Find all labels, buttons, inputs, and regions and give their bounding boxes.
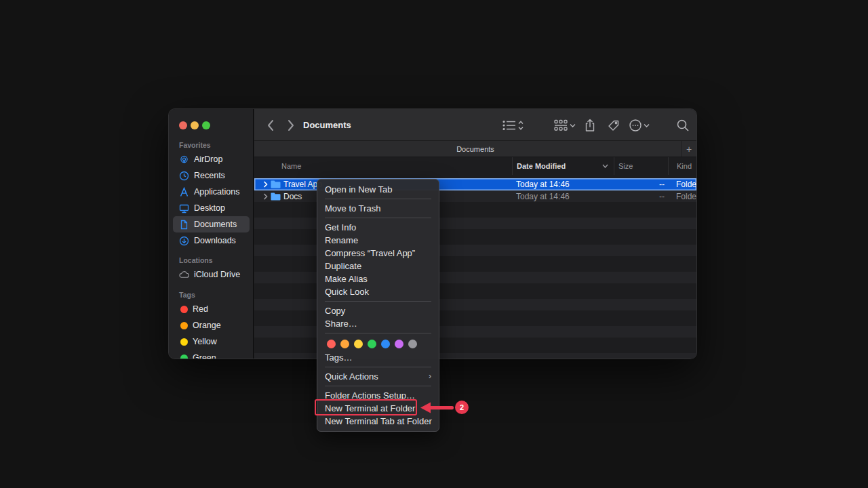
context-menu: Open in New Tab Move to Trash Get Info R… (317, 179, 439, 432)
size-cell: -- (614, 180, 668, 189)
more-actions-button[interactable] (629, 109, 651, 141)
column-headers: Name Date Modified Size Kind (254, 157, 696, 175)
disclosure-chevron-icon[interactable] (263, 193, 268, 200)
sidebar-item-recents[interactable]: Recents (173, 167, 250, 184)
menu-separator (325, 386, 431, 386)
menu-item-label: Quick Actions (325, 370, 378, 383)
folder-icon (271, 180, 281, 188)
search-icon[interactable] (676, 109, 690, 141)
column-header-name[interactable]: Name (254, 157, 512, 175)
sidebar-item-downloads[interactable]: Downloads (173, 232, 250, 249)
menu-separator (325, 199, 431, 199)
zoom-button[interactable] (202, 121, 210, 129)
sidebar-item-label: Orange (193, 321, 221, 330)
menu-separator (325, 301, 431, 302)
menu-item-quick-actions[interactable]: Quick Actions › (317, 370, 439, 383)
column-header-kind[interactable]: Kind (668, 157, 696, 175)
menu-item-rename[interactable]: Rename (317, 234, 439, 247)
sidebar-tag-yellow[interactable]: Yellow (173, 333, 250, 350)
locations-section-title: Locations (179, 256, 213, 264)
tag-color-green[interactable] (368, 340, 376, 348)
tag-icon[interactable] (607, 109, 620, 141)
sidebar-item-airdrop[interactable]: AirDrop (173, 151, 250, 167)
tag-color-orange[interactable] (340, 340, 349, 348)
menu-item-share[interactable]: Share… (317, 317, 439, 330)
back-button[interactable] (267, 109, 275, 141)
sidebar-item-documents[interactable]: Documents (173, 216, 250, 232)
menu-item-copy[interactable]: Copy (317, 304, 439, 317)
menu-item-make-alias[interactable]: Make Alias (317, 272, 439, 285)
new-tab-button[interactable]: + (681, 141, 696, 157)
folder-icon (271, 192, 281, 201)
column-header-size[interactable]: Size (614, 157, 668, 175)
desktop: { "window": { "traffic_lights": { "close… (0, 0, 868, 488)
tags-section-title: Tags (179, 291, 195, 299)
menu-item-tags[interactable]: Tags… (317, 351, 439, 364)
minimize-button[interactable] (191, 121, 199, 129)
date-modified-cell: Today at 14:46 (512, 192, 614, 201)
tag-color-gray[interactable] (408, 340, 417, 348)
airdrop-icon (179, 155, 189, 165)
tag-color-row (317, 336, 439, 351)
share-icon[interactable] (584, 109, 596, 141)
file-name: Docs (283, 192, 302, 201)
orange-tag-dot-icon (180, 322, 188, 329)
menu-separator (325, 218, 431, 218)
tag-color-purple[interactable] (395, 340, 403, 348)
document-icon (179, 220, 189, 230)
annotation-highlight-box (315, 399, 417, 415)
sidebar: Favorites AirDrop Recents Applications D… (169, 109, 254, 359)
sidebar-item-label: AirDrop (194, 155, 222, 164)
sidebar-item-label: Green (193, 353, 216, 359)
sidebar-item-applications[interactable]: Applications (173, 184, 250, 200)
sidebar-tag-green[interactable]: Green (173, 350, 250, 359)
clock-icon (179, 171, 189, 181)
tag-color-blue[interactable] (381, 340, 390, 348)
tag-color-yellow[interactable] (354, 340, 363, 348)
download-icon (179, 236, 189, 246)
desktop-icon (179, 203, 189, 214)
menu-item-duplicate[interactable]: Duplicate (317, 260, 439, 272)
toolbar: Documents (254, 109, 696, 141)
submenu-chevron-icon: › (429, 370, 431, 383)
tag-color-red[interactable] (327, 340, 336, 348)
menu-item-new-terminal-tab-at-folder[interactable]: New Terminal Tab at Folder (317, 415, 439, 428)
kind-cell: Folder (668, 192, 696, 201)
group-by-button[interactable] (554, 109, 576, 141)
menu-separator (325, 367, 431, 367)
forward-button[interactable] (287, 109, 295, 141)
sidebar-item-label: Applications (194, 187, 239, 197)
sidebar-item-icloud-drive[interactable]: iCloud Drive (173, 266, 250, 283)
red-tag-dot-icon (180, 306, 188, 313)
menu-item-compress[interactable]: Compress “Travel App” (317, 247, 439, 260)
close-button[interactable] (179, 121, 187, 129)
sidebar-item-label: iCloud Drive (194, 270, 240, 279)
window-title: Documents (303, 109, 351, 141)
view-options-button[interactable] (502, 109, 526, 141)
sidebar-tag-red[interactable]: Red (173, 301, 250, 317)
yellow-tag-dot-icon (180, 338, 188, 346)
tab-bar: Documents + (254, 141, 696, 157)
menu-item-quick-look[interactable]: Quick Look (317, 285, 439, 298)
sidebar-item-label: Red (193, 304, 208, 314)
annotation-arrow-icon (420, 401, 454, 414)
tab-documents[interactable]: Documents (456, 145, 494, 153)
sidebar-item-label: Documents (194, 220, 237, 229)
menu-item-open-in-new-tab[interactable]: Open in New Tab (317, 183, 439, 196)
sidebar-tag-orange[interactable]: Orange (173, 317, 250, 333)
kind-cell: Folder (668, 180, 696, 189)
green-tag-dot-icon (180, 354, 188, 360)
column-header-label: Date Modified (517, 162, 566, 170)
column-header-date-modified[interactable]: Date Modified (512, 157, 614, 175)
sort-chevron-icon (602, 164, 608, 168)
menu-item-move-to-trash[interactable]: Move to Trash (317, 202, 439, 215)
sidebar-item-label: Desktop (194, 203, 225, 213)
sidebar-item-label: Yellow (193, 337, 217, 346)
sidebar-item-label: Recents (194, 171, 225, 180)
sidebar-item-desktop[interactable]: Desktop (173, 200, 250, 216)
favorites-section-title: Favorites (179, 141, 211, 149)
disclosure-chevron-icon[interactable] (263, 181, 268, 188)
annotation-step-badge: 2 (455, 401, 469, 414)
menu-item-get-info[interactable]: Get Info (317, 221, 439, 234)
traffic-lights (179, 121, 210, 129)
